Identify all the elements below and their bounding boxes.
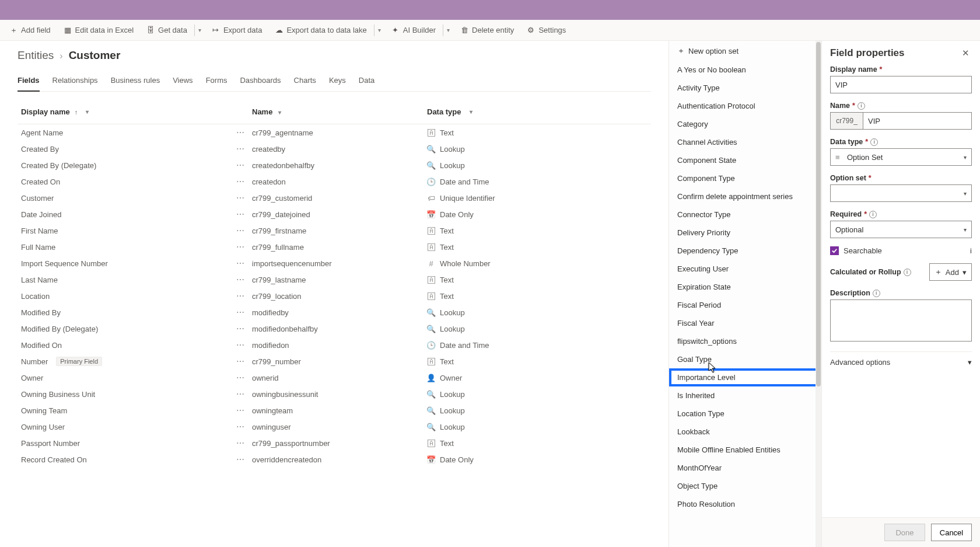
info-icon[interactable]: i bbox=[858, 102, 865, 110]
optionset-item[interactable]: Mobile Offline Enabled Entities bbox=[669, 441, 821, 459]
table-row[interactable]: Modified By⋯modifiedby🔍Lookup bbox=[18, 304, 651, 320]
table-row[interactable]: Location⋯cr799_location🄰Text bbox=[18, 288, 651, 304]
delete-entity-button[interactable]: 🗑 Delete entity bbox=[454, 23, 520, 37]
ai-builder-button[interactable]: ✦ AI Builder bbox=[386, 23, 442, 37]
row-more-icon[interactable]: ⋯ bbox=[229, 259, 252, 268]
optionset-item[interactable]: Lookback bbox=[669, 423, 821, 441]
name-input[interactable] bbox=[863, 112, 972, 130]
table-row[interactable]: Owning Team⋯owningteam🔍Lookup bbox=[18, 402, 651, 419]
tab-data[interactable]: Data bbox=[359, 72, 374, 92]
edit-in-excel-button[interactable]: ▦ Edit data in Excel bbox=[58, 23, 139, 37]
optionset-item[interactable]: Component State bbox=[669, 151, 821, 169]
row-more-icon[interactable]: ⋯ bbox=[229, 406, 252, 415]
required-select[interactable]: Optional ▾ bbox=[830, 221, 972, 238]
table-row[interactable]: NumberPrimary Field⋯cr799_number🄰Text bbox=[18, 353, 651, 370]
get-data-chevron[interactable]: ▾ bbox=[194, 25, 205, 36]
export-lake-button[interactable]: ☁ Export data to data lake bbox=[269, 23, 372, 37]
row-more-icon[interactable]: ⋯ bbox=[229, 357, 252, 366]
export-lake-chevron[interactable]: ▾ bbox=[374, 25, 384, 36]
tab-forms[interactable]: Forms bbox=[206, 72, 228, 92]
new-option-set[interactable]: ＋New option set bbox=[669, 41, 821, 61]
row-more-icon[interactable]: ⋯ bbox=[229, 242, 252, 252]
optionset-item[interactable]: Dependency Type bbox=[669, 242, 821, 260]
optionset-item[interactable]: Connector Type bbox=[669, 205, 821, 224]
row-more-icon[interactable]: ⋯ bbox=[229, 308, 252, 317]
optionset-item[interactable]: Location Type bbox=[669, 405, 821, 423]
datatype-select[interactable]: ≡ Option Set ▾ bbox=[830, 148, 972, 166]
add-rollup-button[interactable]: ＋ Add ▾ bbox=[929, 263, 972, 281]
optionset-item[interactable]: Fiscal Period bbox=[669, 296, 821, 314]
col-header-display[interactable]: Display name ↑ ▾ bbox=[19, 107, 229, 116]
table-row[interactable]: First Name⋯cr799_firstname🄰Text bbox=[18, 222, 651, 239]
table-row[interactable]: Agent Name⋯cr799_agentname🄰Text bbox=[18, 124, 651, 141]
advanced-options-toggle[interactable]: Advanced options ▾ bbox=[830, 351, 972, 372]
searchable-checkbox[interactable] bbox=[830, 246, 839, 255]
table-row[interactable]: Passport Number⋯cr799_passportnumber🄰Tex… bbox=[18, 435, 651, 451]
optionset-item[interactable]: Delivery Priority bbox=[669, 224, 821, 242]
optionset-item[interactable]: Category bbox=[669, 115, 821, 133]
table-row[interactable]: Modified By (Delegate)⋯modifiedonbehalfb… bbox=[18, 320, 651, 337]
description-textarea[interactable] bbox=[830, 299, 972, 342]
row-more-icon[interactable]: ⋯ bbox=[229, 144, 252, 154]
table-row[interactable]: Modified On⋯modifiedon🕒Date and Time bbox=[18, 337, 651, 353]
table-row[interactable]: Full Name⋯cr799_fullname🄰Text bbox=[18, 239, 651, 255]
optionset-item[interactable]: Executing User bbox=[669, 260, 821, 278]
optionset-item[interactable]: Channel Activities bbox=[669, 133, 821, 151]
row-more-icon[interactable]: ⋯ bbox=[229, 438, 252, 448]
table-row[interactable]: Owning User⋯owninguser🔍Lookup bbox=[18, 419, 651, 435]
row-more-icon[interactable]: ⋯ bbox=[229, 340, 252, 350]
optionset-item[interactable]: Object Type bbox=[669, 477, 821, 495]
info-icon[interactable]: i bbox=[970, 246, 972, 255]
table-row[interactable]: Created On⋯createdon🕒Date and Time bbox=[18, 173, 651, 190]
optionset-item[interactable]: Expiration State bbox=[669, 278, 821, 296]
breadcrumb-root[interactable]: Entities bbox=[18, 49, 54, 62]
table-row[interactable]: Created By⋯createdby🔍Lookup bbox=[18, 141, 651, 157]
table-row[interactable]: Owning Business Unit⋯owningbusinessunit🔍… bbox=[18, 386, 651, 402]
optionset-item[interactable]: Is Inherited bbox=[669, 386, 821, 405]
get-data-button[interactable]: 🗄 Get data bbox=[141, 23, 193, 37]
row-more-icon[interactable]: ⋯ bbox=[229, 373, 252, 382]
tab-keys[interactable]: Keys bbox=[329, 72, 346, 92]
table-row[interactable]: Customer⋯cr799_customerid🏷Unique Identif… bbox=[18, 190, 651, 206]
cancel-button[interactable]: Cancel bbox=[931, 524, 972, 541]
info-icon[interactable]: i bbox=[869, 211, 877, 218]
optionset-item[interactable]: Confirm delete appointment series bbox=[669, 187, 821, 205]
info-icon[interactable]: i bbox=[873, 290, 880, 297]
optionset-item[interactable]: MonthOfYear bbox=[669, 459, 821, 477]
table-row[interactable]: Last Name⋯cr799_lastname🄰Text bbox=[18, 271, 651, 288]
row-more-icon[interactable]: ⋯ bbox=[229, 455, 252, 464]
row-more-icon[interactable]: ⋯ bbox=[229, 128, 252, 137]
row-more-icon[interactable]: ⋯ bbox=[229, 422, 252, 431]
optionset-item[interactable]: Photo Resolution bbox=[669, 495, 821, 513]
row-more-icon[interactable]: ⋯ bbox=[229, 275, 252, 284]
optionset-item[interactable]: Goal Type bbox=[669, 350, 821, 368]
scrollbar[interactable] bbox=[816, 41, 821, 547]
table-row[interactable]: Created By (Delegate)⋯createdonbehalfby🔍… bbox=[18, 157, 651, 173]
tab-fields[interactable]: Fields bbox=[18, 72, 40, 92]
ai-builder-chevron[interactable]: ▾ bbox=[443, 25, 453, 36]
optionset-select[interactable]: ▾ bbox=[830, 184, 972, 202]
close-icon[interactable]: ✕ bbox=[960, 47, 972, 60]
col-header-datatype[interactable]: Data type ▾ bbox=[427, 107, 650, 116]
table-row[interactable]: Owner⋯ownerid👤Owner bbox=[18, 370, 651, 386]
table-row[interactable]: Date Joined⋯cr799_datejoined📅Date Only bbox=[18, 206, 651, 222]
table-row[interactable]: Import Sequence Number⋯importsequencenum… bbox=[18, 255, 651, 271]
row-more-icon[interactable]: ⋯ bbox=[229, 161, 252, 170]
optionset-item[interactable]: Activity Type bbox=[669, 79, 821, 97]
optionset-item[interactable]: Authentication Protocol bbox=[669, 97, 821, 115]
done-button[interactable]: Done bbox=[884, 524, 925, 541]
info-icon[interactable]: i bbox=[904, 269, 911, 276]
row-more-icon[interactable]: ⋯ bbox=[229, 226, 252, 235]
optionset-item[interactable]: Importance Level bbox=[669, 368, 821, 386]
optionset-item[interactable]: Fiscal Year bbox=[669, 314, 821, 332]
info-icon[interactable]: i bbox=[870, 138, 878, 146]
add-field-button[interactable]: ＋ Add field bbox=[4, 23, 57, 37]
export-data-button[interactable]: ↦ Export data bbox=[206, 23, 268, 37]
row-more-icon[interactable]: ⋯ bbox=[229, 324, 252, 333]
optionset-item[interactable]: A Yes or No boolean bbox=[669, 61, 821, 79]
table-row[interactable]: Record Created On⋯overriddencreatedon📅Da… bbox=[18, 451, 651, 468]
col-header-name[interactable]: Name ▾ bbox=[252, 107, 427, 116]
display-name-input[interactable] bbox=[830, 76, 972, 93]
optionset-item[interactable]: Component Type bbox=[669, 169, 821, 187]
row-more-icon[interactable]: ⋯ bbox=[229, 177, 252, 186]
